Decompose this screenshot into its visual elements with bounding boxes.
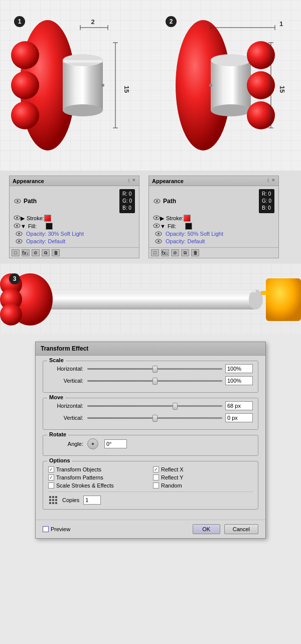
opacity1-right: Opacity: 50% Soft Light bbox=[151, 230, 276, 238]
stroke-eye-left[interactable] bbox=[14, 215, 21, 221]
scale-h-label: Horizontal: bbox=[48, 366, 83, 372]
visibility-icon-right[interactable] bbox=[153, 198, 161, 205]
path-label-left: Path bbox=[24, 198, 119, 205]
fill-swatch-left[interactable] bbox=[46, 223, 53, 230]
opacity1-eye-right[interactable] bbox=[155, 231, 162, 237]
cancel-button[interactable]: Cancel bbox=[224, 524, 258, 534]
svg-point-8 bbox=[63, 104, 103, 116]
scale-h-input[interactable] bbox=[225, 364, 253, 373]
move-h-thumb[interactable] bbox=[173, 403, 178, 410]
btn-group: OK Cancel bbox=[193, 524, 258, 534]
svg-point-40 bbox=[18, 240, 20, 242]
scale-strokes-checkbox[interactable] bbox=[48, 482, 54, 489]
preview-row[interactable]: Preview bbox=[43, 526, 70, 532]
move-v-slider[interactable] bbox=[87, 414, 222, 421]
scale-h-thumb[interactable] bbox=[153, 366, 158, 373]
transform-patterns-row[interactable]: Transform Patterns bbox=[48, 474, 148, 480]
random-checkbox[interactable] bbox=[153, 482, 159, 489]
angle-input[interactable] bbox=[104, 439, 127, 448]
dialog-container: Transform Effect Scale Horizontal: Verti… bbox=[0, 334, 301, 549]
move-h-slider[interactable] bbox=[87, 402, 222, 409]
stroke-swatch-left[interactable] bbox=[44, 215, 51, 222]
move-v-input[interactable] bbox=[225, 413, 253, 422]
fx-icon-right[interactable]: fx↓ bbox=[161, 249, 169, 256]
svg-point-42 bbox=[156, 200, 158, 202]
fill-label-left: Fill: bbox=[28, 223, 46, 229]
angle-label: Angle: bbox=[48, 441, 83, 447]
transform-patterns-checkbox[interactable] bbox=[48, 474, 54, 480]
delete-icon-right[interactable]: 🗑 bbox=[191, 249, 199, 256]
move-group: Move Horizontal: Vertical: bbox=[43, 398, 258, 430]
panel-title-left: Appearance bbox=[13, 178, 44, 184]
preview-checkbox[interactable] bbox=[43, 526, 49, 532]
stroke-swatch-right[interactable] bbox=[184, 215, 191, 222]
copies-label: Copies bbox=[62, 497, 79, 503]
svg-rect-62 bbox=[261, 291, 270, 295]
svg-point-3 bbox=[11, 41, 39, 69]
scale-h-slider[interactable] bbox=[87, 365, 222, 372]
svg-point-60 bbox=[0, 303, 22, 326]
scale-group: Scale Horizontal: Vertical: bbox=[43, 361, 258, 393]
stroke-eye-right[interactable] bbox=[153, 215, 160, 221]
reflect-y-checkbox[interactable] bbox=[153, 474, 159, 480]
fill-eye-right[interactable] bbox=[153, 223, 160, 229]
opacity1-eye-left[interactable] bbox=[16, 231, 23, 237]
scale-v-slider[interactable] bbox=[87, 377, 222, 384]
reflect-x-row[interactable]: Reflect X bbox=[153, 466, 253, 472]
copy-icon-r[interactable]: ⧉ bbox=[181, 249, 189, 256]
appearance-panel-right: Appearance 《 ✕ Path R: 0 G: 0 B: 0 bbox=[148, 176, 279, 258]
top-canvas: 2 15 1 15 bbox=[0, 0, 301, 171]
fill-eye-left[interactable] bbox=[14, 223, 21, 229]
scale-v-thumb[interactable] bbox=[153, 378, 158, 385]
panel-controls-right[interactable]: 《 ✕ bbox=[265, 178, 275, 184]
transform-objects-row[interactable]: Transform Objects bbox=[48, 466, 148, 472]
svg-point-46 bbox=[156, 225, 158, 227]
move-h-input[interactable] bbox=[225, 401, 253, 410]
opacity2-left: Opacity: Default bbox=[12, 238, 137, 245]
panel-titlebar-right: Appearance 《 ✕ bbox=[149, 176, 278, 186]
opacity2-eye-left[interactable] bbox=[16, 239, 23, 245]
move-group-label: Move bbox=[47, 394, 65, 400]
delete-icon-left[interactable]: 🗑 bbox=[52, 249, 60, 256]
svg-rect-18 bbox=[211, 60, 251, 110]
panel-collapse-left[interactable]: 《 bbox=[125, 178, 130, 184]
panel-controls-left[interactable]: 《 ✕ bbox=[125, 178, 136, 184]
rotate-group: Rotate Angle: bbox=[43, 435, 258, 456]
panel-body-right: Path R: 0 G: 0 B: 0 ▶ Stroke: bbox=[149, 186, 278, 247]
scale-strokes-row[interactable]: Scale Strokes & Effects bbox=[48, 482, 148, 489]
mid-canvas: 3 bbox=[0, 263, 301, 334]
fill-swatch-right[interactable] bbox=[185, 223, 192, 230]
circle-cancel-icon[interactable]: ⊘ bbox=[32, 249, 40, 256]
panel-collapse-right[interactable]: 《 bbox=[265, 178, 269, 184]
random-row[interactable]: Random bbox=[153, 482, 253, 489]
circle-cancel-icon-r[interactable]: ⊘ bbox=[171, 249, 179, 256]
angle-wheel[interactable] bbox=[87, 438, 98, 449]
copies-input[interactable] bbox=[83, 496, 101, 505]
move-vertical-row: Vertical: bbox=[48, 413, 253, 422]
svg-point-32 bbox=[17, 200, 19, 202]
options-grid: Transform Objects Reflect X Transform Pa… bbox=[48, 464, 253, 489]
opacity2-eye-right[interactable] bbox=[155, 239, 162, 245]
new-layer-icon[interactable]: □ bbox=[12, 249, 20, 256]
scale-v-input[interactable] bbox=[225, 376, 253, 385]
path-row-left: Path R: 0 G: 0 B: 0 bbox=[12, 188, 137, 214]
move-v-thumb[interactable] bbox=[153, 415, 158, 422]
panel-close-left[interactable]: ✕ bbox=[132, 178, 136, 184]
scale-group-label: Scale bbox=[47, 357, 66, 363]
svg-point-38 bbox=[18, 233, 20, 235]
panel-close-right[interactable]: ✕ bbox=[271, 178, 275, 184]
appearance-panel-left: Appearance 《 ✕ Path R: 0 G: 0 B: 0 bbox=[9, 176, 139, 258]
visibility-icon-left[interactable] bbox=[14, 198, 22, 205]
svg-point-50 bbox=[158, 240, 160, 242]
svg-point-48 bbox=[158, 233, 160, 235]
new-layer-icon-r[interactable]: □ bbox=[151, 249, 159, 256]
reflect-y-row[interactable]: Reflect Y bbox=[153, 474, 253, 480]
transform-objects-checkbox[interactable] bbox=[48, 466, 54, 472]
step1-badge: 1 bbox=[14, 16, 25, 27]
move-v-label: Vertical: bbox=[48, 415, 83, 421]
reflect-x-checkbox[interactable] bbox=[153, 466, 159, 472]
fx-icon-left[interactable]: fx↓ bbox=[22, 249, 30, 256]
ok-button[interactable]: OK bbox=[193, 524, 220, 534]
copy-icon[interactable]: ⧉ bbox=[42, 249, 50, 256]
svg-point-4 bbox=[11, 71, 39, 99]
